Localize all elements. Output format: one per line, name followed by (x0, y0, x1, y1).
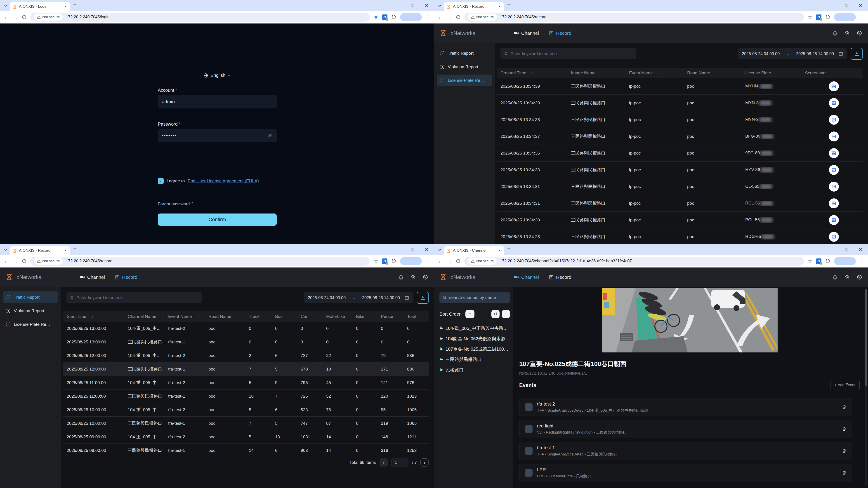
table-row[interactable]: 2025/08/25 13:34:30 三民路與民權路口 lp-poc poc … (497, 212, 863, 228)
browser-menu-icon[interactable]: ⋮ (860, 258, 864, 264)
bookmark-star-icon[interactable]: ☆ (807, 14, 812, 20)
confirm-button[interactable]: Confirm (158, 214, 277, 226)
table-row[interactable]: 2025/08/25 13:34:33 三民路與民權路口 lp-poc poc … (497, 162, 863, 178)
table-row[interactable]: 2025/08/25 13:34:39 三民路與民權路口 lp-poc poc … (497, 95, 863, 111)
sort-direction-button[interactable]: ↑ (465, 310, 474, 318)
keyword-search-input[interactable]: Enter keyword to search (66, 292, 202, 303)
not-secure-badge[interactable]: Not secure (34, 258, 63, 265)
channel-list-item[interactable]: 104-重_005_中正路與中央路口-... (439, 323, 511, 333)
minimize-button[interactable]: – (396, 3, 401, 8)
sidebar-item[interactable]: License Plate Re... (437, 74, 492, 86)
sort-desc-icon[interactable]: ↓ (197, 314, 199, 319)
nav-record[interactable]: Record (549, 274, 571, 280)
col-channel-name[interactable]: Channel Name↓ (128, 314, 168, 319)
nav-record[interactable]: Record (549, 31, 571, 36)
table-row[interactable]: 2025/08/25 11:00:00 三民路與民權路口 tfa-test-1 … (63, 390, 429, 403)
close-button[interactable]: ✕ (424, 247, 429, 252)
bookmark-star-icon[interactable]: ☆ (807, 258, 812, 264)
browser-menu-icon[interactable]: ⋮ (426, 14, 430, 20)
col-event-name[interactable]: Event Name↓ (629, 70, 687, 75)
table-row[interactable]: 2025/08/25 13:34:28 三民路與民權路口 lp-poc poc … (497, 228, 863, 244)
col-screenshot[interactable]: Screenshot (805, 70, 863, 75)
new-tab-button[interactable]: + (73, 245, 76, 252)
back-icon[interactable]: ← (4, 258, 9, 264)
download-report-button[interactable] (851, 48, 863, 60)
translate-icon[interactable]: G (382, 258, 388, 264)
settings-gear-icon[interactable] (410, 274, 416, 280)
table-row[interactable]: 2025/08/25 09:00:00 三民路與民權路口 tfa-test-1 … (63, 444, 429, 457)
language-selector[interactable]: English (0, 73, 434, 78)
forward-icon[interactable]: → (13, 14, 18, 20)
screenshot-button[interactable] (829, 131, 839, 141)
next-page-button[interactable]: › (421, 458, 429, 466)
keyword-search-input[interactable]: Enter keyword to search (500, 48, 636, 59)
date-range-picker[interactable]: 2025-08-24 04:00:00 → 2025-08-25 14:00:0… (304, 292, 413, 303)
col-motorbike[interactable]: Motorbike (326, 314, 356, 319)
not-secure-badge[interactable]: Not secure (468, 258, 497, 265)
screenshot-button[interactable] (829, 148, 839, 158)
not-secure-badge[interactable]: Not secure (468, 13, 497, 21)
nav-record[interactable]: Record (115, 274, 137, 280)
browser-menu-icon[interactable]: ⋮ (860, 14, 864, 20)
table-row[interactable]: 2025/08/25 10:00:00 三民路與民權路口 tfa-test-1 … (63, 417, 429, 430)
tab-close-icon[interactable]: × (63, 4, 68, 9)
tab-search-chevron-icon[interactable] (2, 2, 9, 9)
close-button[interactable]: ✕ (858, 3, 863, 8)
address-bar[interactable]: Not secure 172.20.2.240:7045/record (464, 13, 804, 22)
event-card[interactable]: tfa-test-2 TFA - SingleAnalyticsDetec - … (519, 398, 852, 416)
extensions-icon[interactable] (391, 14, 397, 20)
channel-list-item[interactable]: 三民路與民權路口 (439, 354, 511, 365)
notifications-bell-icon[interactable] (832, 274, 838, 280)
reload-icon[interactable] (456, 259, 461, 264)
nav-channel[interactable]: Channel (80, 274, 105, 280)
col-created-time[interactable]: Created Time↓ (500, 70, 571, 75)
sort-desc-icon[interactable]: ↓ (92, 314, 94, 319)
col-person[interactable]: Person (381, 314, 407, 319)
settings-gear-icon[interactable] (844, 274, 850, 280)
col-event-name[interactable]: Event Name↓ (168, 314, 209, 319)
settings-gear-icon[interactable] (844, 31, 850, 36)
extensions-icon[interactable] (825, 258, 831, 264)
screenshot-button[interactable] (829, 215, 839, 225)
profile-avatar[interactable] (400, 257, 422, 265)
event-checkbox[interactable] (525, 469, 532, 477)
event-card[interactable]: red-light VD - RedLightRightTurnViolatio… (519, 420, 852, 438)
col-bus[interactable]: Bus (275, 314, 301, 319)
account-user-icon[interactable] (423, 274, 428, 280)
reload-icon[interactable] (22, 259, 27, 264)
sidebar-item[interactable]: License Plate Re... (3, 319, 58, 330)
forgot-password-link[interactable]: Forgot password ? (158, 201, 193, 206)
table-row[interactable]: 2025/08/25 13:00:00 三民路與民權路口 tfa-test-1 … (63, 335, 429, 349)
refresh-button[interactable] (491, 310, 500, 318)
tab-search-chevron-icon[interactable] (436, 2, 443, 9)
events-scrollbar[interactable] (865, 289, 867, 486)
password-field[interactable]: •••••••• (158, 129, 277, 142)
col-road-name[interactable]: Road Name (687, 70, 745, 75)
table-row[interactable]: 2025/08/25 13:34:31 三民路與民權路口 lp-poc poc … (497, 195, 863, 212)
sidebar-item[interactable]: Violation Report (3, 305, 58, 317)
profile-avatar[interactable] (400, 13, 422, 21)
bookmark-star-icon[interactable]: ☆ (373, 258, 378, 264)
col-license-plate[interactable]: License Plate (745, 70, 805, 75)
event-checkbox[interactable] (525, 425, 532, 433)
table-row[interactable]: 2025/08/25 12:00:00 三民路與民權路口 tfa-test-1 … (63, 362, 429, 376)
minimize-button[interactable]: – (830, 3, 835, 8)
translate-icon[interactable]: G (382, 14, 388, 20)
eula-link[interactable]: End User License Agreement (EULA) (188, 178, 259, 184)
address-bar[interactable]: Not secure 172.20.2.240:7045/channel?id=… (464, 257, 804, 266)
extensions-icon[interactable] (391, 258, 397, 264)
col-car[interactable]: Car (301, 314, 326, 319)
table-row[interactable]: 2025/08/25 13:34:37 三民路與民權路口 lp-poc poc … (497, 128, 863, 145)
eye-off-icon[interactable] (267, 133, 273, 138)
channel-list-item[interactable]: 104園區-No.062光復路與水源路... (439, 333, 511, 344)
table-row[interactable]: 2025/08/25 13:34:36 三民路與民權路口 lp-poc poc … (497, 145, 863, 162)
tab-close-icon[interactable]: × (63, 248, 68, 253)
table-row[interactable]: 2025/08/25 12:00:00 104-重_005_中... tfa-t… (63, 349, 429, 362)
forward-icon[interactable]: → (447, 14, 452, 20)
eula-checkbox[interactable]: ✓ (158, 178, 164, 184)
channel-list-item[interactable]: 107重要-No.025成德二街100巷... (439, 344, 511, 354)
tab-search-chevron-icon[interactable] (436, 246, 443, 253)
delete-event-trash-icon[interactable] (842, 470, 846, 475)
close-button[interactable]: ✕ (858, 247, 863, 252)
extensions-icon[interactable] (825, 14, 831, 20)
